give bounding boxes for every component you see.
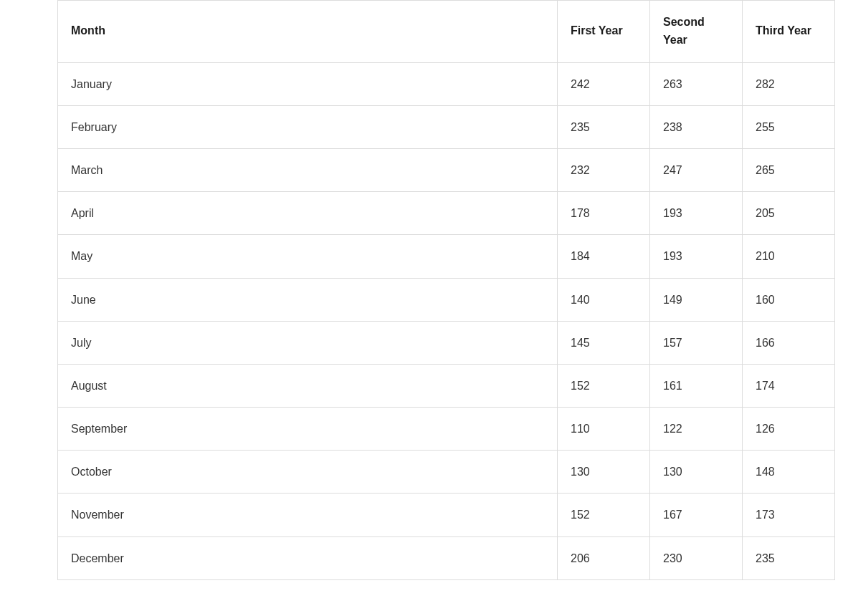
- cell-month: March: [58, 148, 558, 191]
- table-row: July 145 157 166: [58, 321, 835, 364]
- cell-second: 193: [650, 192, 743, 235]
- cell-month: August: [58, 364, 558, 407]
- cell-first: 152: [558, 494, 650, 536]
- cell-second: 193: [650, 235, 743, 278]
- table-row: August 152 161 174: [58, 364, 835, 407]
- cell-third: 166: [743, 321, 835, 364]
- cell-second: 161: [650, 364, 743, 407]
- cell-first: 130: [558, 451, 650, 494]
- cell-third: 174: [743, 364, 835, 407]
- cell-month: October: [58, 451, 558, 494]
- cell-first: 232: [558, 148, 650, 191]
- cell-month: June: [58, 278, 558, 321]
- header-third-year: Third Year: [743, 1, 835, 63]
- table-row: March 232 247 265: [58, 148, 835, 191]
- table-row: September 110 122 126: [58, 408, 835, 451]
- cell-third: 126: [743, 408, 835, 451]
- table-row: May 184 193 210: [58, 235, 835, 278]
- table-row: November 152 167 173: [58, 494, 835, 536]
- cell-first: 145: [558, 321, 650, 364]
- cell-third: 173: [743, 494, 835, 536]
- table-row: June 140 149 160: [58, 278, 835, 321]
- table-row: February 235 238 255: [58, 105, 835, 148]
- cell-second: 149: [650, 278, 743, 321]
- cell-first: 206: [558, 536, 650, 579]
- cell-month: February: [58, 105, 558, 148]
- cell-first: 178: [558, 192, 650, 235]
- cell-first: 140: [558, 278, 650, 321]
- cell-month: May: [58, 235, 558, 278]
- table-row: January 242 263 282: [58, 62, 835, 105]
- cell-second: 157: [650, 321, 743, 364]
- cell-first: 110: [558, 408, 650, 451]
- data-table: Month First Year Second Year Third Year …: [57, 0, 835, 580]
- cell-third: 282: [743, 62, 835, 105]
- header-second-year: Second Year: [650, 1, 743, 63]
- cell-third: 265: [743, 148, 835, 191]
- cell-month: December: [58, 536, 558, 579]
- table-header-row: Month First Year Second Year Third Year: [58, 1, 835, 63]
- cell-third: 205: [743, 192, 835, 235]
- cell-second: 167: [650, 494, 743, 536]
- cell-month: April: [58, 192, 558, 235]
- header-month: Month: [58, 1, 558, 63]
- table-row: December 206 230 235: [58, 536, 835, 579]
- cell-month: November: [58, 494, 558, 536]
- cell-month: July: [58, 321, 558, 364]
- cell-third: 148: [743, 451, 835, 494]
- cell-third: 235: [743, 536, 835, 579]
- cell-third: 210: [743, 235, 835, 278]
- table-row: October 130 130 148: [58, 451, 835, 494]
- header-first-year: First Year: [558, 1, 650, 63]
- cell-first: 242: [558, 62, 650, 105]
- cell-second: 238: [650, 105, 743, 148]
- cell-second: 247: [650, 148, 743, 191]
- cell-second: 230: [650, 536, 743, 579]
- cell-month: January: [58, 62, 558, 105]
- cell-second: 263: [650, 62, 743, 105]
- cell-second: 130: [650, 451, 743, 494]
- cell-third: 160: [743, 278, 835, 321]
- cell-month: September: [58, 408, 558, 451]
- cell-first: 235: [558, 105, 650, 148]
- table-row: April 178 193 205: [58, 192, 835, 235]
- cell-second: 122: [650, 408, 743, 451]
- cell-first: 152: [558, 364, 650, 407]
- cell-first: 184: [558, 235, 650, 278]
- cell-third: 255: [743, 105, 835, 148]
